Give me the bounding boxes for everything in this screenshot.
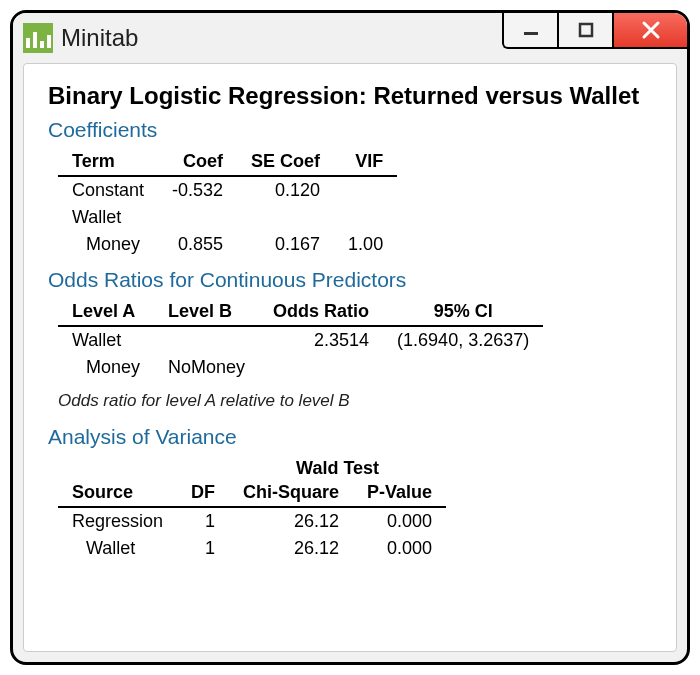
col-se: SE Coef (237, 148, 334, 176)
anova-heading: Analysis of Variance (48, 425, 652, 449)
col-term: Term (58, 148, 158, 176)
table-row: Constant -0.532 0.120 (58, 176, 397, 204)
table-row: Money 0.855 0.167 1.00 (58, 231, 397, 258)
report-content: Binary Logistic Regression: Returned ver… (23, 63, 677, 652)
minimize-button[interactable] (502, 13, 557, 49)
maximize-button[interactable] (557, 13, 612, 49)
minitab-logo-icon (23, 23, 53, 53)
col-vif: VIF (334, 148, 397, 176)
col-chi: Chi-Square (229, 479, 353, 507)
col-source: Source (58, 479, 177, 507)
col-coef: Coef (158, 148, 237, 176)
odds-table: Level A Level B Odds Ratio 95% Cl Wallet… (58, 298, 543, 381)
col-level-a: Level A (58, 298, 154, 326)
odds-note: Odds ratio for level A relative to level… (58, 391, 652, 411)
maximize-icon (576, 20, 596, 40)
odds-heading: Odds Ratios for Continuous Predictors (48, 268, 652, 292)
anova-table: Wald Test Source DF Chi-Square P-Value R… (58, 455, 446, 562)
close-button[interactable] (612, 13, 687, 49)
table-row: Wallet 1 26.12 0.000 (58, 535, 446, 562)
col-p: P-Value (353, 479, 446, 507)
table-row: Wallet 2.3514 (1.6940, 3.2637) (58, 326, 543, 354)
titlebar: Minitab (13, 13, 687, 63)
report-title: Binary Logistic Regression: Returned ver… (48, 82, 652, 110)
window-controls (502, 13, 687, 49)
app-title: Minitab (61, 24, 138, 52)
table-row: Money NoMoney (58, 354, 543, 381)
svg-rect-1 (580, 24, 592, 36)
col-level-b: Level B (154, 298, 259, 326)
coefficients-heading: Coefficients (48, 118, 652, 142)
app-window: Minitab Binary Logistic Regression: Retu… (10, 10, 690, 665)
table-row: Regression 1 26.12 0.000 (58, 507, 446, 535)
col-ci: 95% Cl (383, 298, 543, 326)
svg-rect-0 (524, 32, 538, 35)
wald-test-super: Wald Test (229, 455, 446, 479)
coefficients-table: Term Coef SE Coef VIF Constant -0.532 0.… (58, 148, 397, 258)
minimize-icon (521, 20, 541, 40)
close-icon (639, 18, 663, 42)
col-df: DF (177, 479, 229, 507)
table-row: Wallet (58, 204, 397, 231)
col-odds-ratio: Odds Ratio (259, 298, 383, 326)
